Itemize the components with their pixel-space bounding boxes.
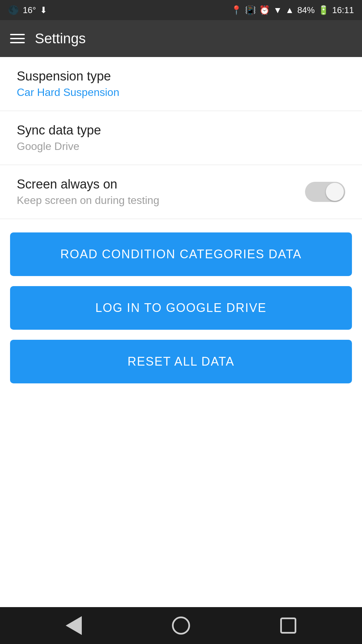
screen-always-on-label: Screen always on	[17, 177, 159, 192]
sync-data-type-label: Sync data type	[17, 123, 345, 138]
sync-data-type-value: Google Drive	[17, 140, 345, 153]
download-icon: ⬇	[40, 5, 47, 15]
reset-all-data-button[interactable]: RESET ALL DATA	[10, 340, 352, 383]
vibrate-icon: 📳	[245, 5, 256, 15]
battery-icon: 🔋	[318, 5, 329, 15]
suspension-type-label: Suspension type	[17, 69, 345, 84]
suspension-type-value: Car Hard Suspension	[17, 86, 345, 99]
screen-always-on-toggle[interactable]	[305, 182, 345, 202]
home-icon	[172, 616, 190, 635]
battery-percentage: 84%	[297, 5, 315, 15]
suspension-type-item[interactable]: Suspension type Car Hard Suspension	[0, 57, 362, 111]
content-area: Suspension type Car Hard Suspension Sync…	[0, 57, 362, 607]
buttons-section: ROAD CONDITION CATEGORIES DATA LOG IN TO…	[0, 219, 362, 397]
login-google-drive-button[interactable]: LOG IN TO GOOGLE DRIVE	[10, 286, 352, 330]
alarm-icon: ⏰	[259, 5, 270, 15]
weather-icon: 🌑	[8, 5, 19, 15]
back-button[interactable]	[62, 614, 85, 637]
screen-always-on-description: Keep screen on during testing	[17, 194, 159, 207]
status-bar: 🌑 16° ⬇ 📍 📳 ⏰ ▼ ▲ 84% 🔋 16:11	[0, 0, 362, 20]
menu-button[interactable]	[10, 34, 25, 43]
location-icon: 📍	[231, 5, 242, 15]
app-bar: Settings	[0, 20, 362, 57]
nav-bar	[0, 607, 362, 644]
status-right: 📍 📳 ⏰ ▼ ▲ 84% 🔋 16:11	[231, 5, 354, 15]
back-icon	[66, 616, 82, 635]
road-condition-button[interactable]: ROAD CONDITION CATEGORIES DATA	[10, 232, 352, 276]
page-title: Settings	[35, 31, 86, 47]
screen-always-on-text: Screen always on Keep screen on during t…	[17, 177, 159, 207]
status-left: 🌑 16° ⬇	[8, 5, 47, 15]
recents-icon	[280, 618, 296, 634]
screen-always-on-row: Screen always on Keep screen on during t…	[17, 177, 345, 207]
time: 16:11	[332, 5, 354, 15]
temperature: 16°	[23, 5, 36, 15]
home-button[interactable]	[169, 614, 193, 637]
recents-button[interactable]	[277, 614, 300, 637]
signal-icon: ▲	[285, 5, 294, 15]
sync-data-type-item[interactable]: Sync data type Google Drive	[0, 111, 362, 165]
wifi-icon: ▼	[273, 5, 282, 15]
screen-always-on-item: Screen always on Keep screen on during t…	[0, 165, 362, 219]
